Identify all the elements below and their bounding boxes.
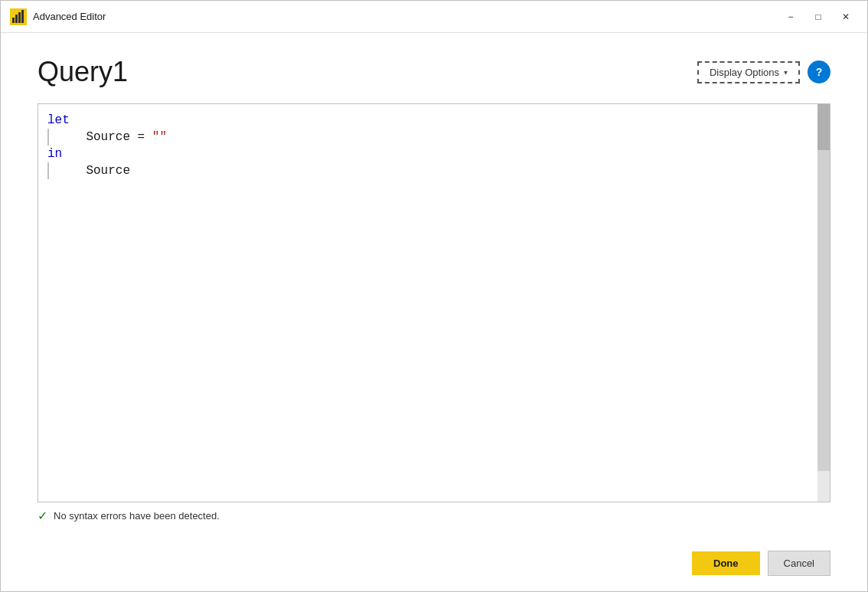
line-indicator-2	[47, 162, 51, 179]
status-bar: ✓ No syntax errors have been detected.	[38, 502, 830, 523]
help-button[interactable]: ?	[808, 61, 830, 83]
done-button[interactable]: Done	[692, 551, 760, 575]
code-source-ref: Source	[57, 164, 130, 178]
svg-rect-1	[12, 18, 15, 23]
maximize-button[interactable]: □	[806, 6, 830, 28]
app-icon	[10, 8, 27, 25]
svg-rect-4	[21, 10, 24, 23]
chevron-down-icon: ▾	[784, 68, 788, 77]
status-message: No syntax errors have been detected.	[54, 510, 220, 522]
keyword-let: let	[47, 113, 70, 127]
cancel-button[interactable]: Cancel	[768, 551, 830, 576]
code-line-4: Source	[47, 162, 808, 179]
title-bar: Advanced Editor − □ ✕	[1, 1, 867, 33]
header-right: Display Options ▾ ?	[697, 61, 830, 83]
title-bar-controls: − □ ✕	[778, 6, 858, 28]
editor-inner: let Source = "" in	[38, 104, 830, 502]
display-options-button[interactable]: Display Options ▾	[697, 61, 800, 83]
svg-rect-2	[15, 15, 18, 23]
code-line-3: in	[47, 146, 808, 162]
page-title: Query1	[38, 56, 128, 88]
window-title: Advanced Editor	[33, 11, 106, 22]
help-label: ?	[816, 66, 823, 78]
page-header: Query1 Display Options ▾ ?	[38, 56, 830, 88]
scrollbar-bottom	[817, 471, 830, 502]
close-button[interactable]: ✕	[834, 6, 858, 28]
code-line-1: let	[47, 112, 808, 129]
code-area[interactable]: let Source = "" in	[38, 104, 817, 502]
editor-container: let Source = "" in	[38, 103, 830, 502]
advanced-editor-window: Advanced Editor − □ ✕ Query1 Display Opt…	[0, 0, 868, 592]
scrollbar[interactable]	[817, 104, 830, 502]
main-content: Query1 Display Options ▾ ? let	[1, 33, 867, 538]
footer: Done Cancel	[1, 538, 867, 591]
title-bar-left: Advanced Editor	[10, 8, 106, 25]
code-line-2: Source = ""	[47, 129, 808, 146]
svg-rect-3	[18, 12, 21, 23]
keyword-in: in	[47, 147, 62, 161]
code-source-var: Source = ""	[57, 130, 167, 144]
scrollbar-thumb[interactable]	[817, 104, 830, 150]
check-icon: ✓	[38, 509, 47, 523]
display-options-label: Display Options	[710, 67, 779, 78]
minimize-button[interactable]: −	[778, 6, 803, 28]
line-indicator	[47, 129, 51, 146]
